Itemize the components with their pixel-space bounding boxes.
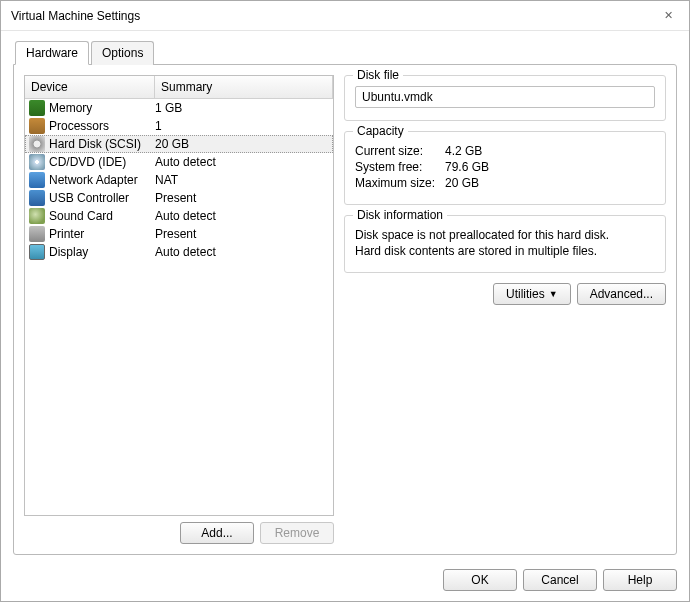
device-name: USB Controller — [49, 191, 155, 205]
device-summary: 1 — [155, 119, 329, 133]
device-summary: Auto detect — [155, 209, 329, 223]
device-row[interactable]: PrinterPresent — [25, 225, 333, 243]
add-button[interactable]: Add... — [180, 522, 254, 544]
capacity-current-size: Current size: 4.2 GB — [355, 144, 655, 158]
device-buttons: Add... Remove — [24, 522, 334, 544]
utilities-button[interactable]: Utilities ▼ — [493, 283, 571, 305]
device-name: Sound Card — [49, 209, 155, 223]
left-column: Device Summary Memory1 GBProcessors1Hard… — [24, 75, 334, 544]
capacity-current-size-value: 4.2 GB — [445, 144, 482, 158]
utilities-label: Utilities — [506, 287, 545, 301]
tab-options[interactable]: Options — [91, 41, 154, 65]
hardware-panel: Device Summary Memory1 GBProcessors1Hard… — [13, 64, 677, 555]
cpu-icon — [29, 118, 45, 134]
column-header-summary[interactable]: Summary — [155, 76, 333, 98]
ok-button[interactable]: OK — [443, 569, 517, 591]
device-row[interactable]: Network AdapterNAT — [25, 171, 333, 189]
titlebar: Virtual Machine Settings ✕ — [1, 1, 689, 31]
usb-icon — [29, 190, 45, 206]
disk-file-group: Disk file — [344, 75, 666, 121]
device-summary: Present — [155, 227, 329, 241]
disk-info-line1: Disk space is not preallocated for this … — [355, 228, 655, 242]
device-list[interactable]: Device Summary Memory1 GBProcessors1Hard… — [24, 75, 334, 516]
disk-action-buttons: Utilities ▼ Advanced... — [344, 283, 666, 305]
capacity-maximum-size-value: 20 GB — [445, 176, 479, 190]
capacity-system-free-label: System free: — [355, 160, 445, 174]
remove-button: Remove — [260, 522, 334, 544]
cd-icon — [29, 154, 45, 170]
device-summary: 20 GB — [155, 137, 329, 151]
column-header-device[interactable]: Device — [25, 76, 155, 98]
disk-info-group: Disk information Disk space is not preal… — [344, 215, 666, 273]
tab-bar: Hardware Options — [13, 41, 677, 65]
cancel-button[interactable]: Cancel — [523, 569, 597, 591]
net-icon — [29, 172, 45, 188]
vm-settings-window: Virtual Machine Settings ✕ Hardware Opti… — [0, 0, 690, 602]
device-name: Processors — [49, 119, 155, 133]
device-name: Printer — [49, 227, 155, 241]
window-body: Hardware Options Device Summary Memory1 … — [1, 31, 689, 561]
device-row[interactable]: Processors1 — [25, 117, 333, 135]
device-summary: Auto detect — [155, 245, 329, 259]
capacity-system-free-value: 79.6 GB — [445, 160, 489, 174]
advanced-button[interactable]: Advanced... — [577, 283, 666, 305]
dsp-icon — [29, 244, 45, 260]
device-summary: Present — [155, 191, 329, 205]
help-button[interactable]: Help — [603, 569, 677, 591]
device-row[interactable]: Memory1 GB — [25, 99, 333, 117]
device-name: CD/DVD (IDE) — [49, 155, 155, 169]
capacity-system-free: System free: 79.6 GB — [355, 160, 655, 174]
capacity-legend: Capacity — [353, 124, 408, 138]
close-icon[interactable]: ✕ — [657, 8, 679, 24]
capacity-group: Capacity Current size: 4.2 GB System fre… — [344, 131, 666, 205]
device-name: Memory — [49, 101, 155, 115]
capacity-maximum-size-label: Maximum size: — [355, 176, 445, 190]
device-row[interactable]: Sound CardAuto detect — [25, 207, 333, 225]
window-title: Virtual Machine Settings — [11, 9, 657, 23]
device-summary: NAT — [155, 173, 329, 187]
prn-icon — [29, 226, 45, 242]
disk-info-line2: Hard disk contents are stored in multipl… — [355, 244, 655, 258]
chevron-down-icon: ▼ — [549, 289, 558, 299]
device-summary: 1 GB — [155, 101, 329, 115]
disk-info-legend: Disk information — [353, 208, 447, 222]
device-list-header: Device Summary — [25, 76, 333, 99]
device-name: Network Adapter — [49, 173, 155, 187]
tab-hardware[interactable]: Hardware — [15, 41, 89, 65]
device-rows: Memory1 GBProcessors1Hard Disk (SCSI)20 … — [25, 99, 333, 261]
device-row[interactable]: USB ControllerPresent — [25, 189, 333, 207]
dialog-footer: OK Cancel Help — [1, 561, 689, 601]
device-row[interactable]: CD/DVD (IDE)Auto detect — [25, 153, 333, 171]
device-summary: Auto detect — [155, 155, 329, 169]
mem-icon — [29, 100, 45, 116]
snd-icon — [29, 208, 45, 224]
device-row[interactable]: Hard Disk (SCSI)20 GB — [25, 135, 333, 153]
right-column: Disk file Capacity Current size: 4.2 GB … — [344, 75, 666, 544]
device-name: Display — [49, 245, 155, 259]
capacity-current-size-label: Current size: — [355, 144, 445, 158]
device-name: Hard Disk (SCSI) — [49, 137, 155, 151]
disk-file-input[interactable] — [355, 86, 655, 108]
capacity-maximum-size: Maximum size: 20 GB — [355, 176, 655, 190]
device-row[interactable]: DisplayAuto detect — [25, 243, 333, 261]
disk-file-legend: Disk file — [353, 68, 403, 82]
hdd-icon — [29, 136, 45, 152]
